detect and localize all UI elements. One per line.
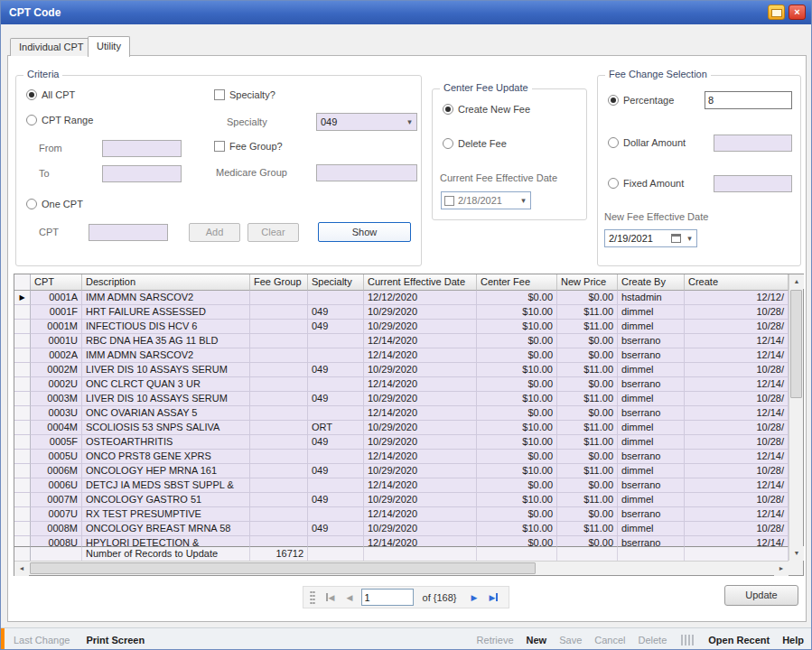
cell[interactable]	[250, 435, 308, 450]
cell[interactable]: $0.00	[477, 334, 557, 348]
cell[interactable]: 0007U	[31, 507, 82, 522]
cell[interactable]: 10/28/	[685, 320, 789, 334]
cell[interactable]: 12/14/	[685, 450, 789, 464]
row-selector[interactable]	[14, 493, 31, 507]
new-fee-date-picker[interactable]: 2/19/2021 ▾	[604, 229, 697, 247]
cell[interactable]: 12/14/	[685, 507, 789, 522]
row-selector[interactable]	[14, 478, 31, 493]
fee-group-checkbox[interactable]: Fee Group?	[214, 141, 283, 152]
table-row[interactable]: 0001MINFECTIOUS DIS HCV 604910/29/2020$1…	[14, 320, 789, 334]
table-row[interactable]: 0005UONCO PRST8 GENE XPRS12/14/2020$0.00…	[14, 450, 789, 464]
row-selector[interactable]	[14, 522, 31, 536]
cell[interactable]: 049	[308, 435, 364, 450]
table-row[interactable]: 0006UDETCJ IA MEDS SBST SUPPL &12/14/202…	[14, 478, 789, 493]
table-row[interactable]: 0007MONCOLOGY GASTRO 5104910/29/2020$10.…	[14, 493, 789, 507]
cell[interactable]	[250, 305, 308, 320]
cell[interactable]: $0.00	[557, 478, 618, 493]
cell[interactable]: RX TEST PRESUMPTIVE	[82, 507, 250, 522]
specialty-checkbox[interactable]: Specialty?	[214, 89, 275, 100]
cell[interactable]: 10/28/	[685, 435, 789, 450]
table-row[interactable]: 0008UHPYLORI DETECTION &12/14/2020$0.00$…	[14, 536, 789, 546]
column-header[interactable]: Specialty	[308, 274, 364, 291]
cell[interactable]: 0003M	[31, 392, 82, 406]
cell[interactable]: 10/28/	[685, 464, 789, 478]
cell[interactable]: 0006U	[31, 478, 82, 493]
cell[interactable]: 049	[308, 363, 364, 377]
cell[interactable]: 049	[308, 392, 364, 406]
cell[interactable]: 0008M	[31, 522, 82, 536]
cell[interactable]: bserrano	[618, 377, 685, 392]
cell[interactable]: 10/29/2020	[364, 464, 477, 478]
table-row[interactable]: 0002AIMM ADMN SARSCOV212/14/2020$0.00$0.…	[14, 348, 789, 363]
cell[interactable]: LIVER DIS 10 ASSAYS SERUM	[82, 392, 250, 406]
row-selector[interactable]	[14, 363, 31, 377]
cell[interactable]: INFECTIOUS DIS HCV 6	[82, 320, 250, 334]
cell[interactable]: 12/14/2020	[364, 536, 477, 546]
cell[interactable]	[250, 421, 308, 435]
cell[interactable]: bserrano	[618, 536, 685, 546]
row-selector[interactable]	[14, 392, 31, 406]
cell[interactable]: IMM ADMN SARSCOV2	[82, 291, 250, 305]
cell[interactable]	[250, 392, 308, 406]
cell[interactable]: 12/14/	[685, 478, 789, 493]
cell[interactable]	[250, 464, 308, 478]
vertical-scroll-thumb[interactable]	[790, 290, 802, 398]
create-new-fee-radio[interactable]: Create New Fee	[443, 104, 530, 115]
cell[interactable]: bserrano	[618, 348, 685, 363]
cell[interactable]	[308, 348, 364, 363]
cell[interactable]: 0006M	[31, 464, 82, 478]
column-header[interactable]: Fee Group	[250, 274, 308, 291]
row-selector[interactable]	[14, 305, 31, 320]
cell[interactable]	[250, 493, 308, 507]
cell[interactable]: $10.00	[477, 305, 557, 320]
cell[interactable]	[308, 507, 364, 522]
percentage-input[interactable]	[705, 91, 792, 109]
cell[interactable]: 0001A	[31, 291, 82, 305]
table-row[interactable]: 0002MLIVER DIS 10 ASSAYS SERUM04910/29/2…	[14, 363, 789, 377]
cell[interactable]: ORT	[308, 421, 364, 435]
cell[interactable]: 10/28/	[685, 363, 789, 377]
cell[interactable]: ONC OVARIAN ASSAY 5	[82, 406, 250, 421]
current-fee-date-picker[interactable]: 2/18/2021 ▾	[441, 191, 531, 209]
cell[interactable]: 10/29/2020	[364, 392, 477, 406]
cell[interactable]: dimmel	[618, 320, 685, 334]
cell[interactable]: $0.00	[557, 377, 618, 392]
cell[interactable]: $10.00	[477, 435, 557, 450]
cell[interactable]: SCOLIOSIS 53 SNPS SALIVA	[82, 421, 250, 435]
cell[interactable]: dimmel	[618, 493, 685, 507]
table-row[interactable]: 0008MONCOLOGY BREAST MRNA 5804910/29/202…	[14, 522, 789, 536]
chevron-down-icon[interactable]: ▾	[683, 234, 696, 243]
cell[interactable]: bserrano	[618, 334, 685, 348]
cell[interactable]: $10.00	[477, 464, 557, 478]
cell[interactable]: $0.00	[477, 536, 557, 546]
cell[interactable]: dimmel	[618, 464, 685, 478]
cell[interactable]: 10/28/	[685, 392, 789, 406]
cell[interactable]: bserrano	[618, 450, 685, 464]
row-selector[interactable]	[14, 435, 31, 450]
cell[interactable]: 0001U	[31, 334, 82, 348]
chevron-down-icon[interactable]: ▾	[517, 196, 530, 205]
delete-fee-radio[interactable]: Delete Fee	[443, 138, 507, 149]
cell[interactable]: 12/14/	[685, 536, 789, 546]
row-selector[interactable]	[14, 464, 31, 478]
cell[interactable]	[250, 363, 308, 377]
help-button[interactable]: Help	[782, 635, 804, 645]
column-header[interactable]: Create	[685, 274, 789, 291]
specialty-combo[interactable]: 049 ▾	[316, 113, 417, 131]
cell[interactable]: 10/28/	[685, 493, 789, 507]
cell[interactable]: RBC DNA HEA 35 AG 11 BLD	[82, 334, 250, 348]
cell[interactable]	[250, 450, 308, 464]
cell[interactable]: $11.00	[557, 421, 618, 435]
cell[interactable]	[250, 348, 308, 363]
cell[interactable]: $11.00	[557, 522, 618, 536]
cell[interactable]: 049	[308, 320, 364, 334]
cell[interactable]: hstadmin	[618, 291, 685, 305]
calendar-icon[interactable]	[671, 234, 681, 243]
update-button[interactable]: Update	[724, 585, 798, 606]
cell[interactable]: OSTEOARTHRITIS	[82, 435, 250, 450]
cell[interactable]	[250, 334, 308, 348]
cell[interactable]: $10.00	[477, 493, 557, 507]
cell[interactable]: 10/29/2020	[364, 435, 477, 450]
horizontal-scrollbar[interactable]: ◄ ►	[14, 561, 789, 575]
cell[interactable]: $10.00	[477, 363, 557, 377]
